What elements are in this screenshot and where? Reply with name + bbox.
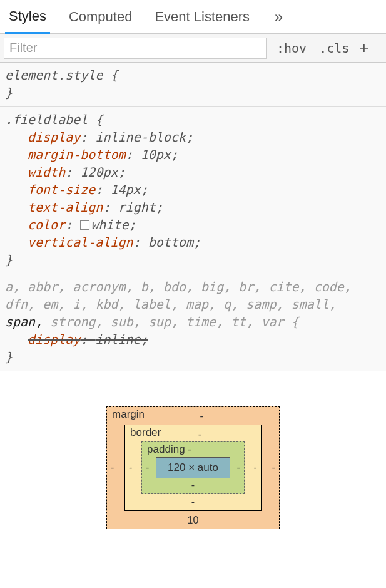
rule-close: } [5,252,13,267]
box-model-margin[interactable]: margin - - 10 - border - - - - padding -… [106,406,280,529]
property-name[interactable]: color [28,217,65,232]
box-model-diagram: margin - - 10 - border - - - - padding -… [0,371,386,548]
border-right[interactable]: - [254,462,257,473]
property-name[interactable]: font-size [28,182,95,197]
property-value[interactable]: right [118,200,156,215]
tab-event-listeners[interactable]: Event Listeners [151,1,253,33]
margin-left[interactable]: - [111,462,114,473]
rule-close: } [5,85,13,100]
declaration[interactable]: display: inline-block; [28,128,381,146]
styles-tab-bar: Styles Computed Event Listeners » [0,0,386,34]
padding-right[interactable]: - [237,462,240,473]
margin-bottom[interactable]: 10 [188,515,199,526]
padding-bottom[interactable]: - [191,480,195,491]
selector-fieldlabel[interactable]: .fieldlabel { [5,112,103,127]
property-name[interactable]: display [28,130,80,145]
box-model-border[interactable]: border - - - - padding - - - - 120 × aut… [124,425,262,511]
property-value[interactable]: 14px [110,182,140,197]
selector-element-style[interactable]: element.style { [5,68,118,83]
margin-label: margin [112,408,145,421]
padding-left[interactable]: - [146,462,149,473]
box-model-padding[interactable]: padding - - - - 120 × auto [141,441,245,494]
tab-styles[interactable]: Styles [5,1,50,34]
declaration[interactable]: text-align: right; [28,199,381,216]
filter-row: :hov .cls + [0,34,386,63]
border-top[interactable]: - [198,429,201,440]
declaration[interactable]: margin-bottom: 10px; [28,146,381,163]
tab-computed[interactable]: Computed [65,1,136,33]
property-name[interactable]: text-align [28,200,103,215]
rule-fieldlabel[interactable]: .fieldlabel { display: inline-block;marg… [0,107,386,274]
rule-element-style[interactable]: element.style { } [0,63,386,107]
property-name[interactable]: width [28,165,65,180]
color-swatch-icon[interactable] [80,220,89,230]
property-value[interactable]: 120px [80,165,118,180]
rule-user-agent[interactable]: a, abbr, acronym, b, bdo, big, br, cite,… [0,274,386,371]
padding-label: padding - [147,443,191,456]
toggle-hov[interactable]: :hov [270,41,313,56]
property-value[interactable]: 10px [141,147,171,162]
property-name[interactable]: vertical-align [28,235,133,250]
style-rules-list: element.style { } .fieldlabel { display:… [0,63,386,371]
toggle-cls[interactable]: .cls [313,41,355,56]
decl-ua-display[interactable]: display: inline; [28,332,148,347]
filter-input[interactable] [4,38,267,59]
box-model-content[interactable]: 120 × auto [156,457,230,478]
tab-overflow-icon[interactable]: » [268,4,289,29]
declaration[interactable]: font-size: 14px; [28,181,381,199]
declaration[interactable]: width: 120px; [28,163,381,181]
new-style-rule-icon[interactable]: + [355,38,372,58]
property-value[interactable]: inline-block [95,130,186,145]
property-name[interactable]: margin-bottom [28,147,126,162]
border-bottom[interactable]: - [191,497,195,508]
selector-ua[interactable]: a, abbr, acronym, b, bdo, big, br, cite,… [5,279,352,329]
declaration[interactable]: color: white; [28,216,381,234]
property-value[interactable]: bottom [148,235,193,250]
declaration[interactable]: vertical-align: bottom; [28,234,381,251]
rule-close: } [5,349,13,364]
margin-right[interactable]: - [272,462,275,473]
border-left[interactable]: - [129,462,132,473]
border-label: border [130,426,161,439]
margin-top[interactable]: - [200,411,203,422]
property-value[interactable]: white [91,217,128,232]
